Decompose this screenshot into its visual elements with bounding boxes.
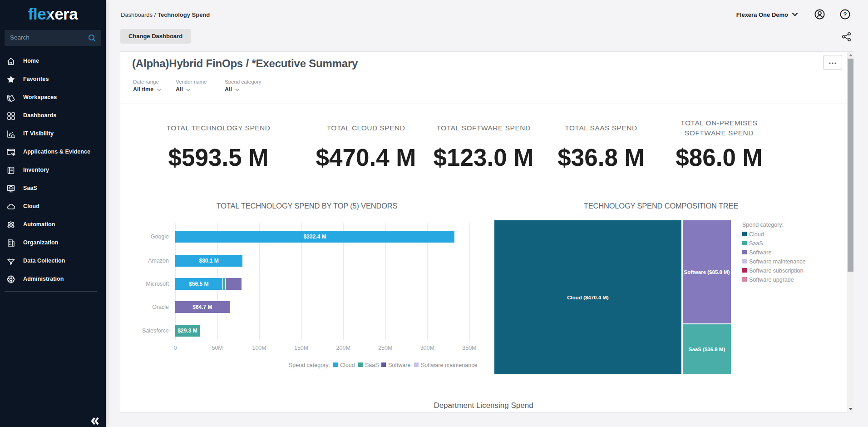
svg-text:?: ? <box>843 11 847 18</box>
